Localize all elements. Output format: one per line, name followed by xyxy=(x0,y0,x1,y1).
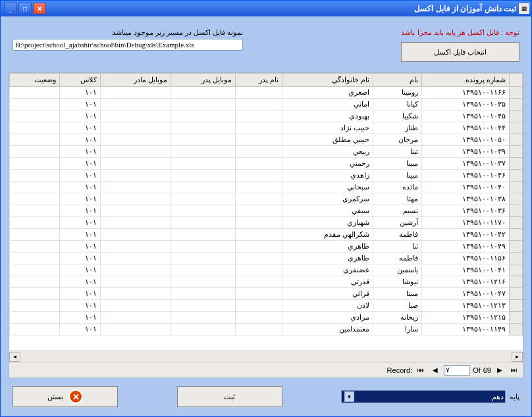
cell[interactable]: زاهدي xyxy=(282,170,373,182)
cell[interactable]: ۱۰۱ xyxy=(59,241,100,253)
cell[interactable]: قدرتي xyxy=(282,276,373,288)
row-header[interactable] xyxy=(510,264,523,276)
cell[interactable]: ۱۰۱ xyxy=(59,170,100,182)
cell[interactable]: مبینا xyxy=(373,158,422,170)
cell[interactable]: ۱۰۱ xyxy=(59,146,100,158)
cell[interactable] xyxy=(171,241,235,253)
cell[interactable]: تینا xyxy=(373,146,422,158)
cell[interactable]: ۱۰۱ xyxy=(59,122,100,134)
cell[interactable]: ۱۳۹۵۱۰۰۱۰۴۰ xyxy=(422,182,510,193)
cell[interactable] xyxy=(236,158,282,170)
cell[interactable]: نیوشا xyxy=(373,276,422,288)
cell[interactable] xyxy=(100,205,171,217)
cell[interactable] xyxy=(236,182,282,193)
cell[interactable]: فاطمه xyxy=(373,229,422,241)
cell[interactable] xyxy=(10,158,60,170)
cell[interactable]: ۱۳۹۵۱۰۰۱۰۴۹ xyxy=(422,241,510,253)
cell[interactable] xyxy=(100,110,171,122)
cell[interactable] xyxy=(10,110,60,122)
cell[interactable] xyxy=(100,170,171,182)
cell[interactable] xyxy=(100,182,171,193)
cell[interactable]: ۱۳۹۵۱۰۰۱۰۳۸ xyxy=(422,193,510,205)
cell[interactable] xyxy=(10,300,60,312)
cell[interactable] xyxy=(236,276,282,288)
cell[interactable]: غضنفري xyxy=(282,264,373,276)
cell[interactable] xyxy=(10,229,60,241)
cell[interactable] xyxy=(100,229,171,241)
scroll-right-button[interactable]: ► xyxy=(512,352,523,362)
row-header[interactable] xyxy=(510,134,523,146)
cell[interactable]: ۱۰۱ xyxy=(59,99,100,110)
cell[interactable] xyxy=(10,324,60,335)
cell[interactable] xyxy=(171,99,235,110)
cell[interactable]: ۱۰۱ xyxy=(59,300,100,312)
cell[interactable]: اماني xyxy=(282,99,373,110)
row-header[interactable] xyxy=(510,182,523,193)
table-row[interactable]: ۱۳۹۵۱۰۰۱۰۴۱یاسمینغضنفري۱۰۱ xyxy=(10,264,523,276)
cell[interactable]: صبا xyxy=(373,300,422,312)
cell[interactable] xyxy=(10,134,60,146)
cell[interactable]: ۱۰۱ xyxy=(59,312,100,324)
cell[interactable] xyxy=(100,122,171,134)
row-header[interactable] xyxy=(510,170,523,182)
cell[interactable] xyxy=(10,99,60,110)
cell[interactable]: ۱۰۱ xyxy=(59,288,100,300)
register-button[interactable]: ثبت xyxy=(177,386,282,407)
cell[interactable]: کیانا xyxy=(373,99,422,110)
cell[interactable]: ۱۳۹۵۱۰۰۱۰۴۷ xyxy=(422,288,510,300)
cell[interactable] xyxy=(100,158,171,170)
cell[interactable]: حبيب نژاد xyxy=(282,122,373,134)
cell[interactable] xyxy=(236,217,282,229)
cell[interactable]: ۱۳۹۵۱۰۰۱۱۶۶ xyxy=(422,87,510,99)
cell[interactable]: یاسمین xyxy=(373,264,422,276)
row-header[interactable] xyxy=(510,146,523,158)
cell[interactable]: ۱۳۹۵۱۰۰۱۰۵۰ xyxy=(422,134,510,146)
maximize-button[interactable]: □ xyxy=(18,3,32,14)
cell[interactable]: ۱۳۹۵۱۰۰۱۰۴۱ xyxy=(422,264,510,276)
cell[interactable] xyxy=(236,87,282,99)
table-row[interactable]: ۱۳۹۵۱۰۰۱۰۴۴طنازحبيب نژاد۱۰۱ xyxy=(10,122,523,134)
column-header[interactable]: کلاس xyxy=(59,74,100,87)
horizontal-scrollbar[interactable]: ◄ ► xyxy=(9,351,523,362)
row-header[interactable] xyxy=(510,288,523,300)
row-header[interactable] xyxy=(510,193,523,205)
cell[interactable]: آرشین xyxy=(373,217,422,229)
cell[interactable] xyxy=(10,182,60,193)
cell[interactable]: رومینا xyxy=(373,87,422,99)
row-header[interactable] xyxy=(510,205,523,217)
cell[interactable]: ۱۳۹۵۱۰۰۱۰۴۶ xyxy=(422,170,510,182)
cell[interactable]: ۱۰۱ xyxy=(59,324,100,335)
table-row[interactable]: ۱۳۹۵۱۰۰۱۰۴۷مبیناقرائي۱۰۱ xyxy=(10,288,523,300)
row-header[interactable] xyxy=(510,217,523,229)
cell[interactable] xyxy=(100,87,171,99)
cell[interactable] xyxy=(10,264,60,276)
cell[interactable] xyxy=(236,300,282,312)
table-row[interactable]: ۱۳۹۵۱۰۰۱۰۳۶نسیمسيفي۱۰۱ xyxy=(10,205,523,217)
cell[interactable]: ۱۳۹۵۱۰۰۱۲۱۵ xyxy=(422,312,510,324)
cell[interactable] xyxy=(10,312,60,324)
cell[interactable] xyxy=(171,122,235,134)
cell[interactable] xyxy=(10,288,60,300)
minimize-button[interactable]: _ xyxy=(4,3,17,14)
table-row[interactable]: ۱۳۹۵۱۰۰۱۰۴۶مبینازاهدي۱۰۱ xyxy=(10,170,523,182)
table-row[interactable]: ۱۳۹۵۱۰۰۱۰۵۰مرجانحبيبي مطلق۱۰۱ xyxy=(10,134,523,146)
scroll-left-button[interactable]: ◄ xyxy=(9,352,20,362)
cell[interactable]: شهبازي xyxy=(282,217,373,229)
cell[interactable] xyxy=(236,288,282,300)
cell[interactable]: نسیم xyxy=(373,205,422,217)
cell[interactable] xyxy=(236,205,282,217)
cell[interactable] xyxy=(236,229,282,241)
cell[interactable] xyxy=(171,205,235,217)
cell[interactable] xyxy=(171,264,235,276)
cell[interactable]: ۱۳۹۵۱۰۰۱۲۱۳ xyxy=(422,300,510,312)
column-header[interactable]: نام خانوادگي xyxy=(282,74,373,87)
cell[interactable] xyxy=(10,276,60,288)
cell[interactable]: ثنا xyxy=(373,241,422,253)
row-header[interactable] xyxy=(510,229,523,241)
cell[interactable]: مائده xyxy=(373,182,422,193)
cell[interactable] xyxy=(100,217,171,229)
cell[interactable]: ۱۰۱ xyxy=(59,253,100,264)
cell[interactable]: مبینا xyxy=(373,170,422,182)
table-row[interactable]: ۱۳۹۵۱۰۰۱۲۱۵ریحانهمرادي۱۰۱ xyxy=(10,312,523,324)
cell[interactable] xyxy=(236,146,282,158)
